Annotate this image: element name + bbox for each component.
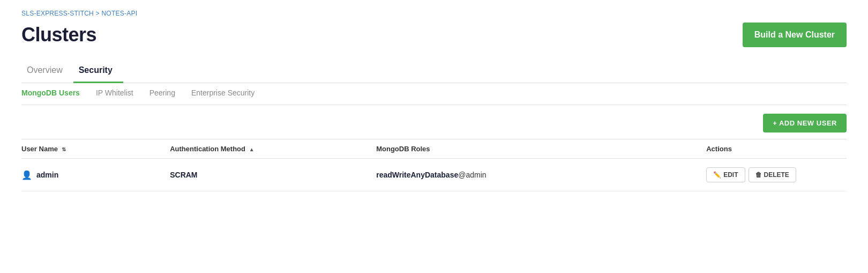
add-new-user-button[interactable]: + ADD NEW USER xyxy=(763,114,847,132)
header-row: Clusters Build a New Cluster xyxy=(21,23,847,47)
auth-method-value: SCRAM xyxy=(170,171,197,179)
breadcrumb-project: NOTES-API xyxy=(101,10,137,17)
auth-method-sort-icon: ▲ xyxy=(249,146,255,152)
delete-icon: 🗑 xyxy=(755,171,762,179)
breadcrumb: SLS-EXPRESS-STITCH > NOTES-API xyxy=(21,10,847,17)
delete-button[interactable]: 🗑 DELETE xyxy=(749,167,796,182)
roles-suffix-value: @admin xyxy=(458,171,486,179)
tab-security[interactable]: Security xyxy=(73,60,123,83)
auth-method-cell: SCRAM xyxy=(170,159,376,191)
subtab-enterprise-security[interactable]: Enterprise Security xyxy=(186,83,265,105)
username-value: admin xyxy=(36,171,58,179)
user-icon: 👤 xyxy=(21,170,32,180)
sub-tabs: MongoDB Users IP Whitelist Peering Enter… xyxy=(21,83,847,105)
tab-overview[interactable]: Overview xyxy=(21,60,73,83)
page-title: Clusters xyxy=(21,24,96,46)
page-container: SLS-EXPRESS-STITCH > NOTES-API Clusters … xyxy=(0,0,868,213)
col-auth-method[interactable]: Authentication Method ▲ xyxy=(170,139,376,159)
users-table: User Name ⇅ Authentication Method ▲ Mong… xyxy=(21,139,847,191)
col-roles: MongoDB Roles xyxy=(376,139,706,159)
subtab-peering[interactable]: Peering xyxy=(144,83,186,105)
subtab-ip-whitelist[interactable]: IP Whitelist xyxy=(91,83,144,105)
col-actions: Actions xyxy=(706,139,847,159)
breadcrumb-org: SLS-EXPRESS-STITCH xyxy=(21,10,94,17)
actions-bar: + ADD NEW USER xyxy=(21,105,847,139)
edit-icon: ✏️ xyxy=(713,171,721,179)
roles-cell: readWriteAnyDatabase@admin xyxy=(376,159,706,191)
user-cell: 👤 admin xyxy=(21,159,170,191)
subtab-mongodb-users[interactable]: MongoDB Users xyxy=(21,83,91,105)
build-cluster-button[interactable]: Build a New Cluster xyxy=(743,23,847,47)
action-buttons: ✏️ EDIT 🗑 DELETE xyxy=(706,167,840,182)
edit-button[interactable]: ✏️ EDIT xyxy=(706,167,745,182)
table-row: 👤 admin SCRAM readWriteAnyDatabase@admin xyxy=(21,159,847,191)
roles-bold-value: readWriteAnyDatabase xyxy=(376,171,458,179)
table-header-row: User Name ⇅ Authentication Method ▲ Mong… xyxy=(21,139,847,159)
main-tabs: Overview Security xyxy=(21,60,847,83)
col-username[interactable]: User Name ⇅ xyxy=(21,139,170,159)
action-buttons-cell: ✏️ EDIT 🗑 DELETE xyxy=(706,159,847,191)
username-sort-icon: ⇅ xyxy=(62,146,66,152)
